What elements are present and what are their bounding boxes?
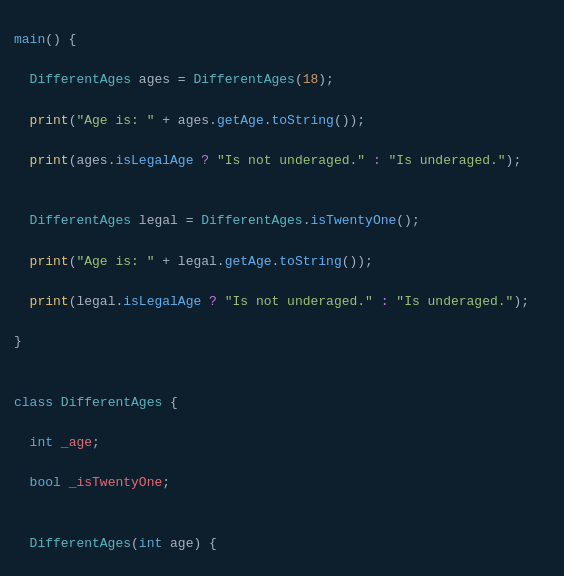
code-line-13: bool _isTwentyOne; [14,473,550,493]
code-line-2: DifferentAges ages = DifferentAges(18); [14,70,550,90]
code-line-1: main() { [14,30,550,50]
code-line-7: print("Age is: " + legal.getAge.toString… [14,252,550,272]
code-line-9: } [14,332,550,352]
code-editor: main() { DifferentAges ages = DifferentA… [0,0,564,576]
code-line-15: DifferentAges(int age) { [14,534,550,554]
code-line-4: print(ages.isLegalAge ? "Is not underage… [14,151,550,171]
code-line-11: class DifferentAges { [14,393,550,413]
code-line-6: DifferentAges legal = DifferentAges.isTw… [14,211,550,231]
code-line-12: int _age; [14,433,550,453]
code-line-3: print("Age is: " + ages.getAge.toString(… [14,111,550,131]
code-line-8: print(legal.isLegalAge ? "Is not underag… [14,292,550,312]
